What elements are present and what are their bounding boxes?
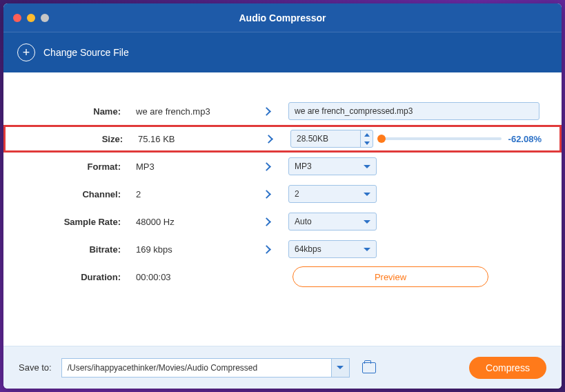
- channel-source-value: 2: [129, 189, 264, 199]
- name-label: Name:: [3, 106, 129, 117]
- duration-label: Duration:: [3, 272, 129, 282]
- titlebar: Audio Compressor: [3, 3, 562, 32]
- format-source-value: MP3: [129, 161, 264, 172]
- plus-circle-icon[interactable]: +: [17, 43, 35, 61]
- sample-rate-label: Sample Rate:: [3, 217, 129, 227]
- chevron-right-icon: [262, 107, 271, 116]
- row-size: Size: 75.16 KB 28.50KB: [3, 125, 562, 153]
- size-source-value: 75.16 KB: [131, 134, 266, 144]
- chevron-down-icon: [364, 141, 370, 145]
- size-percent: -62.08%: [508, 134, 542, 144]
- chevron-right-icon: [262, 162, 271, 171]
- bitrate-source-value: 169 kbps: [129, 244, 264, 255]
- sample-rate-target-value: Auto: [295, 217, 312, 226]
- sample-rate-source-value: 48000 Hz: [129, 217, 264, 227]
- row-duration: Duration: 00:00:03 Preview: [3, 263, 562, 291]
- size-label: Size:: [6, 134, 131, 144]
- sample-rate-select[interactable]: Auto: [288, 213, 377, 231]
- size-slider[interactable]: [381, 137, 502, 140]
- duration-value: 00:00:03: [129, 272, 264, 282]
- maximize-window-button[interactable]: [41, 14, 49, 22]
- format-select[interactable]: MP3: [288, 157, 377, 175]
- size-step-up-button[interactable]: [361, 130, 373, 139]
- app-window: Audio Compressor + Change Source File Na…: [3, 3, 562, 389]
- chevron-right-icon: [262, 245, 271, 254]
- output-name-input[interactable]: [288, 102, 539, 120]
- preview-button[interactable]: Preview: [293, 266, 488, 287]
- traffic-lights: [13, 14, 49, 22]
- channel-select[interactable]: 2: [288, 185, 377, 203]
- chevron-right-icon: [262, 190, 271, 199]
- bitrate-target-value: 64kbps: [295, 244, 321, 254]
- row-channel: Channel: 2 2: [3, 180, 562, 208]
- chevron-right-icon: [262, 217, 271, 226]
- save-path-dropdown[interactable]: [332, 358, 350, 378]
- size-target-value: 28.50KB: [291, 134, 360, 144]
- close-window-button[interactable]: [13, 14, 21, 22]
- chevron-up-icon: [364, 133, 370, 137]
- format-label: Format:: [3, 161, 129, 172]
- content-area: Name: we are french.mp3 Size: 75.16 KB 2…: [3, 72, 562, 346]
- format-target-value: MP3: [295, 161, 312, 171]
- slider-thumb[interactable]: [377, 135, 386, 143]
- row-name: Name: we are french.mp3: [3, 97, 562, 125]
- bitrate-label: Bitrate:: [3, 244, 129, 255]
- compress-button[interactable]: Compress: [469, 357, 546, 379]
- row-bitrate: Bitrate: 169 kbps 64kbps: [3, 235, 562, 263]
- window-title: Audio Compressor: [3, 12, 562, 23]
- folder-icon[interactable]: [362, 362, 376, 373]
- channel-label: Channel:: [3, 189, 129, 199]
- footer: Save to: Compress: [3, 346, 562, 389]
- save-path-input[interactable]: [61, 358, 332, 378]
- save-to-label: Save to:: [19, 362, 52, 373]
- change-source-button[interactable]: Change Source File: [43, 47, 129, 58]
- channel-target-value: 2: [295, 189, 299, 199]
- size-stepper[interactable]: 28.50KB: [290, 130, 373, 148]
- chevron-right-icon: [264, 135, 273, 144]
- bitrate-select[interactable]: 64kbps: [288, 240, 377, 258]
- toolbar: + Change Source File: [3, 32, 562, 72]
- size-step-down-button[interactable]: [361, 139, 373, 147]
- row-sample-rate: Sample Rate: 48000 Hz Auto: [3, 208, 562, 235]
- minimize-window-button[interactable]: [27, 14, 35, 22]
- name-source-value: we are french.mp3: [129, 106, 264, 117]
- row-format: Format: MP3 MP3: [3, 153, 562, 180]
